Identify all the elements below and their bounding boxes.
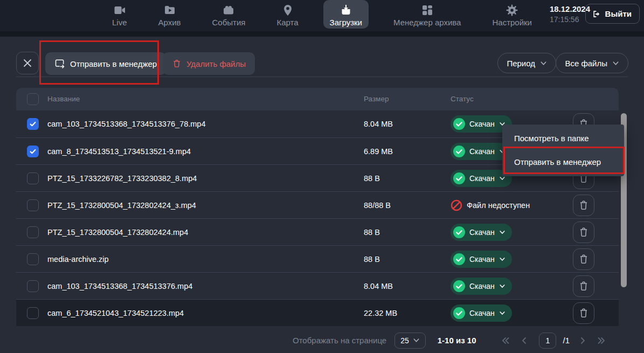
- nav-item-archive[interactable]: Архив: [152, 0, 188, 29]
- datetime: 18.12.2024 17:15:56: [550, 4, 590, 25]
- downloads-table: Название Размер Статус cam_103_173451336…: [16, 88, 619, 326]
- context-menu-item-open-folder[interactable]: Посмотреть в папке: [502, 127, 624, 150]
- next-page-button[interactable]: [576, 334, 590, 348]
- delete-row-button[interactable]: [573, 195, 594, 216]
- send-to-manager-button[interactable]: Отправить в менеджер: [45, 52, 166, 75]
- nav-item-settings[interactable]: Настройки: [486, 0, 538, 29]
- chevron-down-icon: [499, 257, 505, 262]
- double-chevron-left-icon: [501, 336, 510, 345]
- table-row[interactable]: media-archive.zip 88 B Скачан: [16, 245, 619, 272]
- row-checkbox[interactable]: [27, 307, 39, 319]
- table-row[interactable]: PTZ_15_1732800504_1732802424.mp4 88 B Ск…: [16, 218, 619, 245]
- nav-item-archive-manager[interactable]: Менеджер архива: [387, 0, 467, 29]
- nav-label: Настройки: [492, 18, 532, 27]
- row-checkbox[interactable]: [27, 172, 39, 184]
- file-size: 22.32 MB: [364, 300, 397, 327]
- nav-item-events[interactable]: События: [206, 0, 252, 29]
- nav-label: Live: [112, 18, 127, 27]
- trash-icon: [578, 280, 590, 292]
- period-label: Период: [507, 59, 535, 68]
- file-name: cam_8_1734513513_1734513521-9.mp4: [47, 138, 191, 165]
- blocked-icon: [451, 199, 462, 211]
- downloads-icon: [339, 4, 353, 17]
- first-page-button[interactable]: [498, 334, 513, 348]
- delete-files-button[interactable]: Удалить файлы: [163, 52, 255, 75]
- status-badge[interactable]: Скачан: [451, 224, 512, 241]
- context-menu-item-send-to-manager[interactable]: Отправить в менеджер: [502, 150, 624, 174]
- column-name: Название: [47, 88, 80, 110]
- period-filter-dropdown[interactable]: Период: [497, 53, 556, 73]
- nav-shadow: [0, 31, 644, 37]
- check-circle-icon: [453, 307, 465, 319]
- context-menu: Посмотреть в папке Отправить в менеджер: [502, 124, 624, 176]
- file-name: cam_6_1734521043_1734521223.mp4: [47, 300, 184, 327]
- pagination-footer: Отображать на странице 25 1-10 из 10 1 /…: [0, 328, 644, 353]
- row-checkbox[interactable]: [27, 253, 39, 265]
- status-label: Скачан: [469, 282, 495, 290]
- status-badge[interactable]: Скачан: [451, 304, 512, 322]
- row-checkbox[interactable]: [27, 118, 39, 130]
- map-pin-icon: [281, 4, 295, 17]
- file-size: 88 B: [364, 219, 380, 246]
- table-row[interactable]: cam_103_1734513368_1734513376.mp4 8.04 M…: [16, 272, 619, 299]
- trash-icon: [578, 199, 590, 211]
- clear-selection-button[interactable]: [16, 52, 39, 74]
- top-nav-bar: Live Архив События Карта Загрузки Менедж…: [0, 0, 644, 31]
- file-type-filter-dropdown[interactable]: Все файлы: [556, 53, 628, 73]
- current-page-input[interactable]: 1: [539, 333, 556, 349]
- nav-item-map[interactable]: Карта: [270, 0, 304, 29]
- toolbar-divider: [16, 77, 628, 77]
- file-size: 88 B: [364, 165, 380, 192]
- status-cell: Скачан: [451, 224, 512, 241]
- row-checkbox[interactable]: [27, 199, 39, 211]
- delete-row-button[interactable]: [573, 222, 594, 243]
- nav-items: Live Архив События Карта Загрузки Менедж…: [0, 0, 644, 31]
- table-row[interactable]: PTZ_15_1732800504_1732802424_з.mp4 88/88…: [16, 191, 619, 218]
- chevron-down-icon: [499, 283, 505, 289]
- nav-item-live[interactable]: Live: [106, 0, 134, 29]
- file-name: PTZ_15_1732800504_1732802424_з.mp4: [47, 192, 196, 219]
- file-name: PTZ_15_1733226782_1733230382_8.mp4: [47, 165, 197, 192]
- check-circle-icon: [453, 118, 465, 130]
- row-checkbox[interactable]: [27, 146, 39, 157]
- column-status: Статус: [451, 88, 474, 110]
- status-badge[interactable]: Скачан: [451, 278, 512, 295]
- video-camera-icon: [113, 4, 127, 17]
- nav-item-downloads[interactable]: Загрузки: [323, 0, 369, 29]
- check-circle-icon: [453, 146, 465, 157]
- current-date: 18.12.2024: [550, 4, 590, 15]
- delete-row-button[interactable]: [573, 248, 594, 270]
- status-cell: Скачан: [451, 304, 512, 322]
- trash-icon: [578, 226, 590, 238]
- nav-label: События: [212, 18, 246, 27]
- table-header: Название Размер Статус: [16, 88, 619, 110]
- last-page-button[interactable]: [594, 334, 608, 348]
- prev-page-button[interactable]: [517, 334, 531, 348]
- row-checkbox[interactable]: [27, 226, 39, 238]
- nav-label: Загрузки: [330, 18, 362, 27]
- row-checkbox[interactable]: [27, 280, 39, 292]
- send-to-manager-label: Отправить в менеджер: [70, 59, 157, 68]
- logout-button[interactable]: Выйти: [585, 4, 640, 24]
- status-badge[interactable]: Скачан: [451, 251, 512, 268]
- select-all-checkbox[interactable]: [27, 93, 39, 105]
- trash-icon: [578, 253, 590, 265]
- delete-row-button[interactable]: [573, 302, 594, 324]
- status-label: Скачан: [469, 255, 495, 264]
- range-label: 1-10 из 10: [438, 336, 476, 345]
- close-icon: [23, 58, 32, 68]
- pager: 1 /1: [498, 333, 608, 349]
- logout-label: Выйти: [605, 9, 632, 18]
- status-cell: Скачан: [451, 251, 512, 268]
- trash-icon: [578, 307, 590, 319]
- per-page-dropdown[interactable]: 25: [394, 333, 426, 349]
- delete-row-button[interactable]: [573, 275, 594, 297]
- chevron-down-icon: [540, 60, 547, 66]
- check-icon: [29, 148, 37, 155]
- file-name: cam_103_1734513368_1734513376_78.mp4: [47, 110, 206, 137]
- events-icon: [221, 4, 236, 17]
- column-size: Размер: [364, 88, 389, 110]
- logout-icon: [592, 9, 601, 19]
- table-row[interactable]: cam_6_1734521043_1734521223.mp4 22.32 MB…: [16, 299, 619, 326]
- nav-label: Карта: [276, 18, 298, 27]
